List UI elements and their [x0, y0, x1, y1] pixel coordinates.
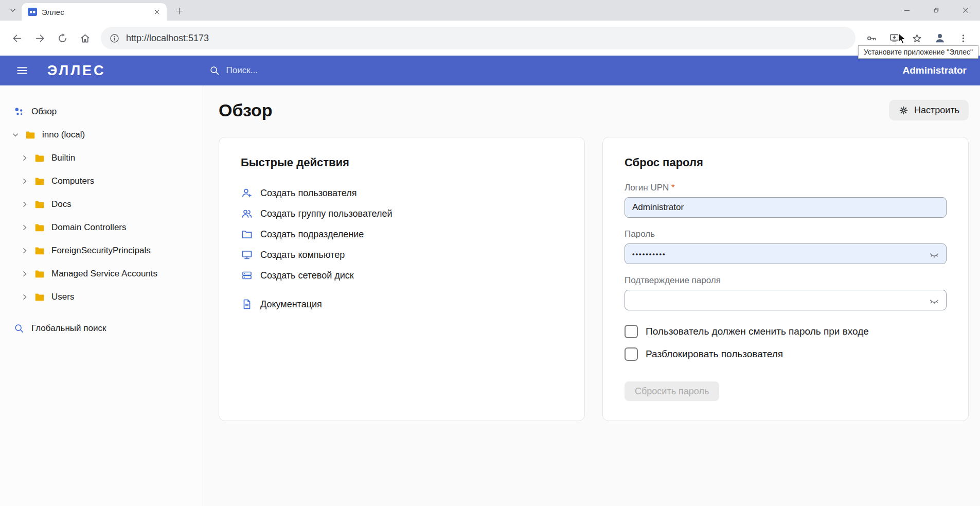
configure-button-label: Настроить: [914, 105, 959, 116]
action-create-ou[interactable]: Создать подразделение: [241, 224, 563, 245]
chevron-right-icon[interactable]: [20, 292, 30, 302]
search-icon: [13, 323, 25, 334]
tab-search-chevron-icon[interactable]: [4, 2, 22, 19]
page-title: Обзор: [219, 100, 273, 120]
install-app-tooltip: Установите приложение "Эллес": [858, 45, 978, 59]
action-label: Документация: [260, 299, 322, 310]
tree-node-label: Docs: [51, 199, 72, 210]
create-user-group-icon: [241, 207, 253, 220]
site-favicon-icon: [28, 7, 37, 16]
chevron-right-icon[interactable]: [20, 246, 30, 256]
action-create-user-group[interactable]: Создать группу пользователей: [241, 203, 563, 224]
tree-node-builtin[interactable]: Builtin: [0, 146, 203, 169]
quick-actions-card: Быстрые действия Создать пользователя Со…: [219, 137, 585, 421]
url-text[interactable]: http://localhost:5173: [126, 33, 209, 44]
tree-node-label: inno (local): [42, 130, 85, 140]
home-button[interactable]: [74, 27, 96, 49]
checkbox-label: Пользователь должен сменить пароль при в…: [646, 326, 869, 337]
back-button[interactable]: [6, 27, 28, 49]
tree-node-label: Builtin: [51, 153, 75, 163]
tree-node-label: Domain Controllers: [51, 222, 127, 233]
tree-node-managed-service-accounts[interactable]: Managed Service Accounts: [0, 262, 203, 285]
checkbox-row-unlock-user[interactable]: Разблокировать пользователя: [625, 347, 947, 361]
new-tab-button[interactable]: [172, 3, 187, 19]
hamburger-menu-icon[interactable]: [11, 60, 33, 81]
sidebar-item-overview[interactable]: Обзор: [0, 100, 203, 123]
tree-node-docs[interactable]: Docs: [0, 193, 203, 216]
folder-icon: [34, 268, 45, 280]
folder-icon: [34, 222, 45, 233]
action-create-computer[interactable]: Создать компьютер: [241, 245, 563, 265]
current-user-label[interactable]: Administrator: [902, 65, 969, 76]
main-content: Обзор Настроить Быс: [203, 85, 980, 506]
folder-icon: [34, 199, 45, 210]
tree-node-inno-local[interactable]: inno (local): [0, 123, 203, 146]
tree-node-computers[interactable]: Computers: [0, 169, 203, 193]
change-password-checkbox[interactable]: [625, 325, 638, 338]
forward-button[interactable]: [29, 27, 50, 49]
action-label: Создать пользователя: [260, 188, 357, 199]
browser-tab[interactable]: Эллес: [22, 3, 167, 21]
action-create-user[interactable]: Создать пользователя: [241, 183, 563, 203]
chevron-right-icon[interactable]: [20, 269, 30, 279]
reload-button[interactable]: [51, 27, 73, 49]
tree-node-label: Managed Service Accounts: [51, 269, 157, 279]
chevron-right-icon[interactable]: [20, 153, 30, 163]
action-create-network-drive[interactable]: Создать сетевой диск: [241, 265, 563, 286]
chevron-right-icon[interactable]: [20, 176, 30, 186]
password-input[interactable]: [625, 243, 947, 264]
tab-title: Эллес: [42, 8, 147, 16]
app-logo: ЭЛЛЕС: [47, 63, 106, 79]
unlock-user-checkbox[interactable]: [625, 347, 638, 361]
password-reset-title: Сброс пароля: [625, 156, 947, 169]
confirm-password-label: Подтверждение пароля: [625, 275, 947, 286]
sidebar-item-global-search[interactable]: Глобальный поиск: [0, 317, 203, 340]
chevron-right-icon[interactable]: [20, 199, 30, 210]
checkbox-label: Разблокировать пользователя: [646, 348, 783, 360]
folder-icon: [34, 176, 45, 187]
browser-window: Эллес: [0, 0, 980, 506]
overview-bubbles-icon: [13, 106, 25, 117]
tree-node-label: Users: [51, 292, 74, 302]
header-search-input[interactable]: [226, 65, 319, 76]
tab-close-icon[interactable]: [151, 6, 163, 18]
checkbox-row-change-password[interactable]: Пользователь должен сменить пароль при в…: [625, 325, 947, 338]
tree-node-users[interactable]: Users: [0, 285, 203, 308]
address-bar[interactable]: http://localhost:5173: [101, 27, 856, 49]
password-visibility-toggle-icon[interactable]: [926, 246, 942, 262]
action-label: Создать сетевой диск: [260, 270, 354, 281]
action-label: Создать группу пользователей: [260, 208, 393, 219]
login-upn-label: Логин UPN *: [625, 183, 947, 193]
mouse-cursor: [897, 33, 907, 44]
confirm-password-input[interactable]: [625, 290, 947, 310]
gear-icon: [898, 105, 909, 116]
configure-button[interactable]: Настроить: [889, 100, 969, 120]
chevron-right-icon[interactable]: [20, 222, 30, 233]
action-label: Создать подразделение: [260, 229, 364, 240]
header-search[interactable]: [209, 65, 319, 76]
login-upn-input[interactable]: [625, 197, 947, 218]
required-asterisk: *: [671, 183, 675, 193]
tree-node-domain-controllers[interactable]: Domain Controllers: [0, 216, 203, 239]
create-user-icon: [241, 187, 253, 199]
action-label: Создать компьютер: [260, 250, 345, 260]
window-restore-button[interactable]: [921, 0, 951, 21]
create-computer-icon: [241, 249, 253, 261]
reset-password-button[interactable]: Сбросить пароль: [625, 381, 719, 401]
tree-node-foreign-security-principals[interactable]: ForeignSecurityPrincipals: [0, 239, 203, 262]
chevron-down-icon[interactable]: [10, 130, 21, 140]
folder-icon: [25, 129, 36, 141]
folder-icon: [34, 291, 45, 303]
sidebar-item-label: Обзор: [31, 107, 57, 117]
documentation-icon: [241, 298, 253, 310]
app-body: Обзор inno (local) Builtin Computers: [0, 85, 980, 506]
window-minimize-button[interactable]: [892, 0, 921, 21]
confirm-password-visibility-toggle-icon[interactable]: [926, 292, 942, 308]
create-ou-icon: [241, 228, 253, 240]
window-close-button[interactable]: [951, 0, 980, 21]
search-icon: [209, 65, 220, 76]
folder-icon: [34, 245, 45, 256]
action-documentation[interactable]: Документация: [241, 294, 563, 315]
tree-node-label: Computers: [51, 176, 94, 186]
site-info-icon[interactable]: [109, 33, 120, 44]
